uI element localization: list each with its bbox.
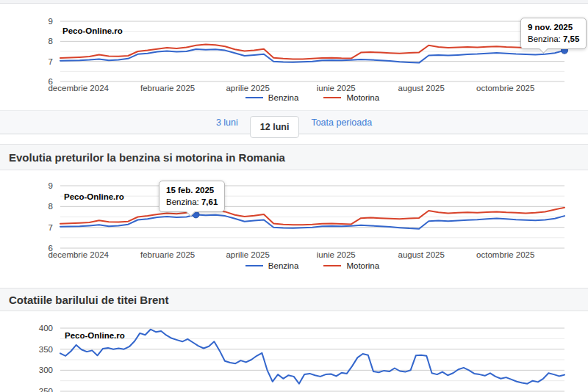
tooltip-date: 15 feb. 2025 <box>166 184 218 196</box>
svg-text:350: 350 <box>39 345 53 354</box>
brent-chart: 400350300250 Peco-Online.ro <box>0 311 588 392</box>
svg-text:8: 8 <box>49 37 53 46</box>
fuel-chart-top-svg[interactable]: 9876decembrie 2024februarie 2025aprilie … <box>0 4 588 106</box>
svg-text:octombrie 2025: octombrie 2025 <box>476 84 534 92</box>
svg-text:7: 7 <box>49 57 53 66</box>
tab-3-luni[interactable]: 3 luni <box>204 117 250 128</box>
legend-label: Benzina <box>268 93 299 102</box>
tooltip-value: 7,55 <box>563 35 579 43</box>
legend-item-motorina[interactable]: Motorina <box>323 261 379 270</box>
svg-text:400: 400 <box>39 324 53 333</box>
watermark-label: Peco-Online.ro <box>62 26 123 35</box>
benzina-line-swatch <box>245 265 263 266</box>
svg-text:iunie 2025: iunie 2025 <box>317 84 356 92</box>
tooltip-series-label: Benzina: <box>528 35 561 43</box>
brent-section-header: Cotatiile barilului de titei Brent <box>0 288 588 311</box>
svg-text:decembrie 2024: decembrie 2024 <box>48 250 109 259</box>
brent-section-title: Cotatiile barilului de titei Brent <box>9 294 169 306</box>
tooltip-series-label: Benzina: <box>166 197 199 206</box>
svg-text:7: 7 <box>49 223 53 232</box>
benzina-line-swatch <box>245 97 263 98</box>
brent-chart-svg[interactable]: 400350300250 <box>0 311 588 392</box>
svg-text:august 2025: august 2025 <box>398 84 445 92</box>
watermark-label: Peco-Online.ro <box>64 192 124 201</box>
chart-tooltip: 9 nov. 2025 Benzina: 7,55 <box>520 18 587 49</box>
legend-item-benzina[interactable]: Benzina <box>245 261 299 270</box>
fuel-section-title: Evolutia preturilor la benzina si motori… <box>9 151 285 164</box>
motorina-line-swatch <box>323 265 341 266</box>
chart-legend: Benzina Motorina <box>60 261 564 270</box>
legend-item-motorina[interactable]: Motorina <box>323 93 379 102</box>
tab-toata-perioada[interactable]: Toata perioada <box>299 117 384 128</box>
svg-text:300: 300 <box>39 366 53 374</box>
legend-label: Benzina <box>268 261 299 270</box>
svg-text:decembrie 2024: decembrie 2024 <box>48 84 109 92</box>
tooltip-value: 7,61 <box>201 197 218 206</box>
svg-text:aprilie 2025: aprilie 2025 <box>226 84 269 92</box>
svg-text:8: 8 <box>49 202 53 211</box>
svg-text:9: 9 <box>49 181 53 190</box>
legend-label: Motorina <box>346 93 379 102</box>
svg-text:aprilie 2025: aprilie 2025 <box>226 250 269 259</box>
svg-text:iunie 2025: iunie 2025 <box>317 250 356 259</box>
fuel-section-header: Evolutia preturilor la benzina si motori… <box>0 144 588 170</box>
fuel-chart-top: 9876decembrie 2024februarie 2025aprilie … <box>0 4 588 106</box>
svg-text:octombrie 2025: octombrie 2025 <box>476 250 534 259</box>
legend-item-benzina[interactable]: Benzina <box>245 93 299 102</box>
svg-text:februarie 2025: februarie 2025 <box>140 250 195 259</box>
chart-tooltip: 15 feb. 2025 Benzina: 7,61 <box>159 181 225 212</box>
tooltip-date: 9 nov. 2025 <box>528 21 579 33</box>
svg-text:250: 250 <box>39 387 53 392</box>
svg-text:august 2025: august 2025 <box>398 250 445 259</box>
period-tabbar: 3 luni 12 luni Toata perioada <box>0 110 588 134</box>
chart-legend: Benzina Motorina <box>60 93 564 102</box>
svg-text:februarie 2025: februarie 2025 <box>140 84 195 92</box>
motorina-line-swatch <box>323 97 341 98</box>
svg-text:9: 9 <box>49 17 53 26</box>
fuel-chart-main: 9876decembrie 2024februarie 2025aprilie … <box>0 170 588 279</box>
legend-label: Motorina <box>346 261 379 270</box>
tab-12-luni[interactable]: 12 luni <box>250 116 300 138</box>
watermark-label: Peco-Online.ro <box>65 331 125 340</box>
